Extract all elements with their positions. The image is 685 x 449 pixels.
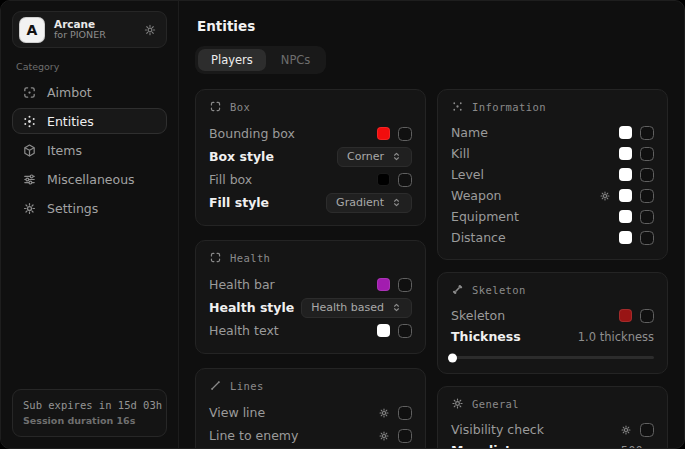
sidebar-item-settings[interactable]: Settings [12, 195, 167, 221]
health-style-dropdown[interactable]: Health based [301, 298, 412, 318]
setting-label: Bounding box [209, 126, 295, 141]
checkbox[interactable] [640, 231, 654, 245]
color-swatch[interactable] [619, 147, 632, 160]
dropdown-value: Gradient [336, 196, 384, 209]
checkbox[interactable] [640, 210, 654, 224]
sidebar-item-items[interactable]: Items [12, 137, 167, 163]
checkbox[interactable] [398, 324, 412, 338]
gear-icon [22, 201, 37, 216]
setting-row: Equipment [451, 206, 654, 227]
sidebar-item-miscellaneous[interactable]: Miscellaneous [12, 166, 167, 192]
setting-label: Max distance [451, 443, 544, 449]
setting-label: Distance [451, 230, 506, 245]
checkbox[interactable] [640, 147, 654, 161]
slider-value: 500m [621, 444, 654, 449]
slider-thumb[interactable] [448, 353, 457, 362]
sidebar-item-entities[interactable]: Entities [12, 108, 167, 134]
color-swatch[interactable] [619, 231, 632, 244]
panel-title: Information [472, 101, 546, 113]
bone-icon [451, 283, 464, 296]
entity-tabs: Players NPCs [195, 46, 326, 74]
color-swatch[interactable] [619, 210, 632, 223]
checkbox[interactable] [398, 127, 412, 141]
setting-label: Health text [209, 323, 279, 338]
dropdown-value: Corner [347, 150, 384, 163]
color-swatch[interactable] [619, 309, 632, 322]
left-column: Box Bounding box Box style Corner [195, 89, 426, 449]
general-panel-header: General [451, 397, 654, 410]
checkbox[interactable] [640, 189, 654, 203]
sun-icon [451, 397, 464, 410]
lines-panel-header: Lines [209, 379, 412, 392]
color-swatch[interactable] [377, 278, 390, 291]
tab-players[interactable]: Players [198, 49, 266, 71]
checkbox[interactable] [640, 423, 654, 437]
checkbox[interactable] [640, 309, 654, 323]
gear-icon[interactable] [378, 407, 390, 419]
color-swatch[interactable] [619, 189, 632, 202]
page-title: Entities [197, 18, 666, 34]
setting-row: Level [451, 164, 654, 185]
setting-row: Health bar [209, 273, 412, 296]
setting-row: Box style Corner [209, 145, 412, 168]
fill-style-dropdown[interactable]: Gradient [326, 193, 412, 213]
health-panel: Health Health bar Health style Health ba… [195, 240, 426, 354]
thickness-slider[interactable] [451, 356, 654, 359]
setting-label: Health style [209, 300, 294, 315]
brand-text: Arcane for PIONER [54, 18, 134, 41]
checkbox[interactable] [398, 429, 412, 443]
panel-columns: Box Bounding box Box style Corner [195, 89, 668, 449]
crosshair-icon [22, 85, 37, 100]
checkbox[interactable] [398, 173, 412, 187]
setting-row: Name [451, 122, 654, 143]
session-duration-text: Session duration 16s [23, 414, 156, 428]
sidebar-item-aimbot[interactable]: Aimbot [12, 79, 167, 105]
color-swatch[interactable] [377, 127, 390, 140]
info-target-icon [451, 100, 464, 113]
corner-brackets-icon [209, 100, 222, 113]
entities-icon [22, 114, 37, 129]
color-swatch[interactable] [377, 173, 390, 186]
setting-label: Health bar [209, 277, 275, 292]
setting-label: Level [451, 167, 484, 182]
slider-value: 1.0 thickness [578, 330, 654, 344]
box-panel: Box Bounding box Box style Corner [195, 89, 426, 226]
setting-label: Equipment [451, 209, 519, 224]
sidebar-item-label: Settings [47, 201, 98, 216]
checkbox[interactable] [640, 168, 654, 182]
setting-row: View line [209, 401, 412, 424]
gear-icon[interactable] [143, 23, 157, 37]
setting-row: Line to enemy [209, 424, 412, 447]
setting-row: Weapon [451, 185, 654, 206]
color-swatch[interactable] [619, 168, 632, 181]
setting-label: Line to enemy [209, 428, 298, 443]
checkbox[interactable] [640, 126, 654, 140]
sub-expiry-text: Sub expires in 15d 03h [23, 398, 156, 414]
app-window: A Arcane for PIONER Category [0, 0, 685, 449]
tab-npcs[interactable]: NPCs [268, 49, 324, 71]
slider-fill [451, 356, 453, 359]
general-panel: General Visibility check [437, 386, 668, 449]
panel-title: General [472, 398, 519, 410]
brand-card: A Arcane for PIONER [12, 11, 167, 48]
color-swatch[interactable] [377, 324, 390, 337]
setting-label: Skeleton [451, 308, 505, 323]
sidebar-item-label: Items [47, 143, 82, 158]
box-style-dropdown[interactable]: Corner [337, 147, 412, 167]
diagonal-line-icon [209, 379, 222, 392]
checkbox[interactable] [398, 278, 412, 292]
checkbox[interactable] [398, 406, 412, 420]
sidebar: A Arcane for PIONER Category [1, 1, 179, 448]
color-swatch[interactable] [619, 126, 632, 139]
gear-icon[interactable] [599, 190, 611, 202]
slider-label-row: Max distance 500m [451, 440, 654, 449]
gear-icon[interactable] [620, 424, 632, 436]
setting-row: Fill style Gradient [209, 191, 412, 214]
setting-label: Fill style [209, 195, 269, 210]
sidebar-nav: Aimbot Entities [12, 79, 167, 221]
panel-title: Lines [230, 380, 264, 392]
gear-icon[interactable] [378, 430, 390, 442]
setting-label: Fill box [209, 172, 252, 187]
subscription-info: Sub expires in 15d 03h Session duration … [12, 389, 167, 437]
category-label: Category [16, 61, 163, 72]
